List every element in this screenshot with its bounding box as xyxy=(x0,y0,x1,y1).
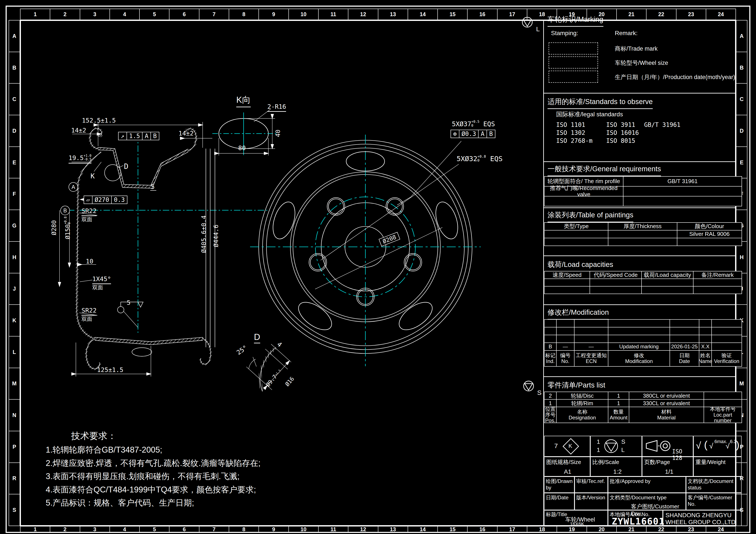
table-cell: 本地零件号Loc.part number xyxy=(704,407,742,423)
title-block: 7 K 1 1 S L ISO 128 √ ( √ xyxy=(544,436,742,526)
table-cell: — xyxy=(556,343,575,351)
table-cell: X.X xyxy=(699,343,712,351)
standards-col1: ISO 1101ISO 1302ISO 2768-m xyxy=(556,121,593,145)
table-cell: 备注/Remark xyxy=(693,271,742,279)
table-row: Silver RAL 9006 xyxy=(545,231,742,238)
tb-date-cell: 日期/Date xyxy=(544,493,575,510)
dim-sr22-top: SR22 xyxy=(81,207,96,216)
roughness-icon: √ xyxy=(696,440,701,451)
dim-chamfer: 1X45° xyxy=(92,275,111,284)
standards-title: 适用的标准/Standards to observe xyxy=(548,97,653,109)
table-cell: Silver RAL 9006 xyxy=(677,231,742,238)
table-row xyxy=(545,327,742,335)
dim-sr22-bottom-side: 双面 xyxy=(81,315,92,322)
remark-production-date: 生产日期（月/年）/Production date(moth/year) xyxy=(615,73,735,81)
table-cell xyxy=(608,327,670,335)
table-cell: 2026-01-25 xyxy=(670,343,699,351)
tb-company-cell: SHANDONG ZHENGYU WHEEL GROUP CO.,LTD xyxy=(663,510,742,526)
standards-item: ISO 8015 xyxy=(606,137,639,145)
standards-item: GB/T 31961 xyxy=(644,121,681,129)
paintings-title: 涂装列表/Table of paintings xyxy=(548,210,633,222)
table-cell xyxy=(545,279,590,287)
front-view xyxy=(250,135,481,366)
paintings-table: 类型/Type厚度/Thickness颜色/ColourSilver RAL 9… xyxy=(544,222,742,246)
gdt-position-frame: ⊕ Ø0.3 A B xyxy=(450,130,495,138)
table-cell: 修改Modification xyxy=(608,351,670,367)
tb-approved-cell: 批准/Approved by xyxy=(608,476,686,493)
modification-table: B——Updated marking2026-01-25X.X标记Ind.编号N… xyxy=(544,319,742,367)
table-cell: — xyxy=(575,343,608,351)
table-cell xyxy=(545,231,608,238)
table-row xyxy=(545,335,742,343)
table-cell xyxy=(623,196,742,206)
table-cell: 位置序号Pos. xyxy=(545,407,556,423)
standards-item: ISO 3911 xyxy=(606,121,639,129)
table-cell: 日期Date xyxy=(670,351,699,367)
stamping-box xyxy=(549,71,598,83)
table-cell xyxy=(712,320,742,327)
table-row xyxy=(545,196,742,206)
table-row: 推荐气门嘴/Recommended valve xyxy=(545,187,742,196)
dim-sr22-bottom: SR22 xyxy=(81,307,96,316)
remark-trade-mark: 商标/Trade mark xyxy=(615,45,658,53)
tb-drawn-cell: 绘图/Drawn by xyxy=(544,476,575,493)
table-cell xyxy=(556,320,575,327)
standards-item: ISO 1302 xyxy=(556,129,593,137)
table-cell xyxy=(693,279,742,287)
datum-a: A xyxy=(68,182,78,192)
table-cell xyxy=(712,335,742,343)
detail-d-label: D xyxy=(124,162,128,171)
projection-letter-s: S xyxy=(537,389,542,396)
tb-tecref-cell: 审核/Tec.ref. xyxy=(575,476,608,493)
modification-title: 修改栏/Modification xyxy=(548,308,609,320)
remark-wheel-size: 车轮型号/Wheel size xyxy=(615,59,668,67)
table-cell: 1 xyxy=(608,399,629,407)
marking-title: 车轮标识/Marking xyxy=(548,15,603,27)
table-cell xyxy=(608,335,670,343)
runout-icon: ↗ xyxy=(119,132,127,140)
position-icon: ⊕ xyxy=(451,130,459,138)
table-cell xyxy=(545,335,556,343)
hand-hole xyxy=(432,199,462,242)
table-cell xyxy=(642,279,693,287)
tb-customer-cell: 客户编号/Customer No. xyxy=(686,493,742,510)
table-cell xyxy=(670,320,699,327)
standards-subtitle: 国际标准/legal standards xyxy=(556,110,623,118)
table-cell xyxy=(712,327,742,335)
table-cell: 1 xyxy=(608,392,629,399)
tech-requirement-item: 1.轮辋轮廓符合GB/T3487-2005; xyxy=(46,443,260,457)
k-radius-label: 2-R16 xyxy=(267,103,286,112)
k-height: 40 xyxy=(274,130,282,137)
table-cell: GB/T 31961 xyxy=(623,177,742,187)
table-cell xyxy=(590,287,642,294)
table-row: 类型/Type厚度/Thickness颜色/Colour xyxy=(545,223,742,231)
parts-list-title: 零件清单/Parts list xyxy=(548,380,605,393)
tb-sym3-cell: ISO 128 xyxy=(642,436,693,457)
table-cell xyxy=(704,392,742,399)
table-cell: B xyxy=(545,343,556,351)
table-cell xyxy=(642,287,693,294)
table-cell: 轮辋/Rim xyxy=(556,399,608,407)
table-cell: Updated marking xyxy=(608,343,670,351)
tb-title-cell: 标题/Title 车轮/Wheel 16X6K xyxy=(544,510,608,526)
dim-depth: 19.5+1.0-0.5 xyxy=(68,154,92,164)
dim-offset-left: 14±2 xyxy=(71,127,86,134)
table-cell xyxy=(693,287,742,294)
standards-item: ISO 1101 xyxy=(556,121,593,129)
bolt-hole xyxy=(310,255,325,270)
dim-sr22-top-side: 双面 xyxy=(81,216,92,223)
dim-rim-width: 152.5±1.5 xyxy=(82,117,116,124)
d-detail-view xyxy=(240,340,295,395)
table-cell: 代码/Speed Code xyxy=(590,271,642,279)
tb-size-cell: 图纸规格/Size A1 xyxy=(544,457,590,476)
table-cell xyxy=(699,335,712,343)
dim-dia4446: Ø444.6 xyxy=(212,225,220,247)
dim-dia4056: Ø405.6±0.4 xyxy=(200,216,207,253)
table-cell xyxy=(545,320,556,327)
table-cell xyxy=(556,327,575,335)
loc-number: ZYWL16601 xyxy=(612,516,665,527)
tb-doctype-cell: 文档类型/Document type 客户图纸/Customer Drw. xyxy=(608,493,686,510)
tb-weight-cell: 重量/Weight xyxy=(693,457,742,476)
general-requirements-table: 轮辋型面符合/ The rim profileGB/T 31961推荐气门嘴/R… xyxy=(544,176,742,206)
table-cell: 名称Designation xyxy=(556,407,608,423)
